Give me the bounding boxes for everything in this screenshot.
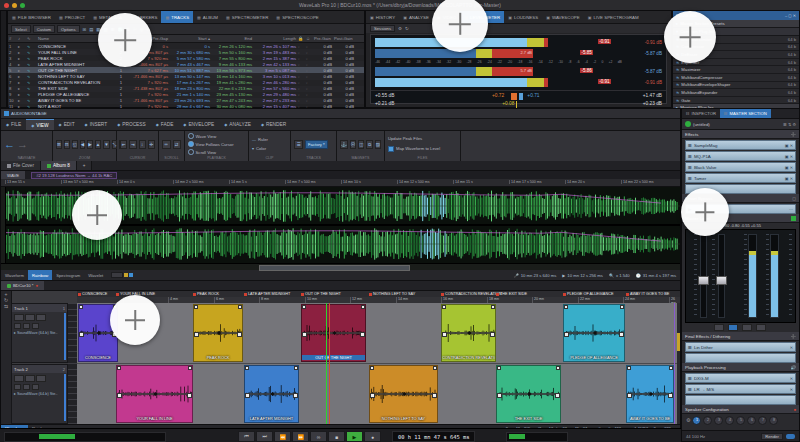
effect-slot[interactable]: ☰MQ-P1A▣ ✕ (685, 151, 796, 161)
clip-handle-topright[interactable] (491, 305, 495, 309)
clip-peak-rock[interactable]: PEAK ROCK (193, 304, 243, 362)
clip-the-exit-side[interactable]: THE EXIT SIDE (496, 365, 561, 423)
final-effects-header[interactable]: Final Effects / Dithering ➕ (682, 332, 799, 341)
record-button[interactable]: ● (364, 431, 381, 442)
go-start-button[interactable]: ⏮ (238, 431, 255, 442)
routing-icon[interactable] (14, 323, 21, 329)
stop-button[interactable]: ■ (328, 431, 345, 442)
clip-handle-left[interactable] (117, 393, 122, 398)
track-scrollbar[interactable] (64, 374, 66, 421)
scroll-tool-icon-1[interactable]: ⇄ (173, 140, 182, 149)
clip-handle-topright[interactable] (294, 366, 298, 370)
effect-slot[interactable]: ☰Black Valve▣ ✕ (685, 162, 796, 172)
reset-icon[interactable]: ↻ (405, 26, 409, 31)
user-icon[interactable]: ▫ (305, 74, 313, 79)
tab-master-section[interactable]: ☷MASTER SECTION (720, 109, 771, 118)
user-icon[interactable]: ▫ (305, 68, 313, 73)
gear-icon[interactable]: ⚙ (398, 26, 402, 31)
playback-processing-header[interactable]: Playback Processing 🔊 (682, 363, 799, 372)
sessions-button[interactable]: Sessions (370, 25, 395, 32)
clip-handle-right[interactable] (555, 393, 560, 398)
track-header[interactable]: Track 11▸ SoundWave (64-b) Ste.. (11, 303, 68, 363)
tab-tracks[interactable]: ▦TRACKS (161, 11, 193, 23)
track-plugin-label[interactable]: ▸ SoundWave (64-b) Ste.. (12, 329, 67, 336)
tab-album[interactable]: ▦ALBUM (193, 11, 222, 23)
render-button[interactable]: Render (761, 433, 783, 440)
tab-loudness[interactable]: ▣LOUDNESS (504, 11, 542, 23)
magnet-tool-icon-2[interactable]: ◫ (358, 140, 364, 149)
clip-handle-topright[interactable] (433, 366, 437, 370)
left-dock-strip[interactable] (0, 10, 7, 108)
dither-slot-empty[interactable] (685, 353, 796, 363)
custom-button[interactable]: Custom (33, 25, 55, 33)
speaker-button-7[interactable]: 7 (758, 416, 767, 425)
scrollbar-thumb[interactable] (259, 265, 410, 271)
album-tool-icon-1[interactable]: ▤ (89, 27, 93, 32)
clip-handle-right[interactable] (293, 393, 298, 398)
playback-slot[interactable]: ☰DXG-M✕ (685, 373, 796, 383)
speaker-button-2[interactable]: 2 (703, 416, 712, 425)
plugin-item[interactable]: ≋MultibandExpander64 b (673, 89, 799, 97)
speaker-icon[interactable]: ▸ (17, 92, 26, 97)
clip-handle-left[interactable] (302, 332, 307, 337)
speaker-button-6[interactable]: 6 (747, 416, 756, 425)
lock-icon[interactable]: ▫ (297, 80, 305, 85)
magnet-tool-icon-1[interactable]: ⦿ (350, 140, 357, 149)
tab-history[interactable]: ▣HISTORY (366, 11, 399, 23)
slot-options-icon[interactable]: ▣ ✕ (785, 154, 793, 159)
fader-handle[interactable] (698, 276, 709, 285)
speaker-icon[interactable]: ▸ (17, 80, 26, 85)
map-waveform-checkbox[interactable]: Map Waveform to Level (388, 145, 440, 152)
clip-out-of-the-night[interactable]: OUT OF THE NIGHT (301, 304, 366, 362)
speaker-gear-icon[interactable]: ⚙ (686, 417, 690, 423)
plugin-item[interactable]: ≋MultibandEnvelopeShaper64 b (673, 82, 799, 90)
effect-slot[interactable]: ☰Tamer▣ ✕ (685, 173, 796, 183)
wave-zoom-controls[interactable] (111, 272, 133, 278)
clip-handle-topleft[interactable] (117, 366, 121, 370)
mute-button[interactable] (14, 314, 24, 321)
mono-button[interactable] (714, 324, 724, 331)
plugin-item[interactable]: ≋MultibandCompressor64 b (673, 74, 799, 82)
clip-handle-right[interactable] (490, 332, 495, 337)
clip-contradiction-revelation[interactable]: CONTRADICTION REVELATION (441, 304, 496, 362)
go-end-button[interactable]: ⏭ (256, 431, 273, 442)
tab-live-spectrogram[interactable]: ▣LIVE SPECTROGRAM (584, 11, 643, 23)
speaker-icon[interactable]: ▸ (17, 74, 26, 79)
speaker-icon[interactable]: ▸ (17, 98, 26, 103)
ribbon-tab-fade[interactable]: ◆FADE (151, 119, 179, 130)
clip-option[interactable]: —Ruler (252, 136, 268, 143)
wave-tab[interactable]: WAVE (1, 171, 25, 179)
slot-options-icon[interactable]: ▣ ✕ (785, 143, 793, 148)
clip-handle-topright[interactable] (620, 305, 624, 309)
forward-button[interactable]: ⏩ (292, 431, 309, 442)
table-row[interactable]: 8▸∿THE EXIT SIDE2-71 438 ms 807 µs18 mn … (8, 86, 364, 92)
forward-arrow-icon[interactable]: → (17, 139, 28, 150)
plugin-item[interactable]: ≋Maximizer64 b (673, 66, 799, 74)
wave-doc-label[interactable]: #2 19.128 Loudness Norm → 44.1k RAC (31, 172, 117, 179)
table-row[interactable]: 6▸∿NOTHING LEFT TO SAY1-71 466 ms 807 µs… (8, 73, 364, 79)
bypass-switch[interactable] (786, 434, 795, 439)
speaker-button-5[interactable]: 5 (736, 416, 745, 425)
table-row[interactable]: 10▸∿AWAY IT GOES TO BE1-71 466 ms 807 µs… (8, 98, 364, 104)
clip-handle-left[interactable] (564, 332, 569, 337)
dim-button[interactable] (742, 324, 752, 331)
dither-slot[interactable]: ☰Lin Dither✕ (685, 342, 796, 352)
montage-doc-tab[interactable]: BDCur10 * ● (1, 281, 44, 290)
rewind-button[interactable]: ⏪ (274, 431, 291, 442)
montage-lanes[interactable]: CONSCIENCEPEAK ROCKOUT OF THE NIGHTCONTR… (77, 303, 680, 424)
gain-icon[interactable] (23, 323, 30, 329)
clip-handle-topright[interactable] (669, 366, 673, 370)
routing-icon[interactable] (14, 384, 21, 390)
plugin-item[interactable]: ≋Gate64 b (673, 97, 799, 105)
record-button[interactable] (36, 375, 46, 382)
wave-timeline-ruler[interactable]: 13 mn 55 s13 mn 57 s 500 ms14 mn 0 s14 m… (1, 179, 680, 187)
wave-view-tab-rainbow[interactable]: Rainbow (28, 270, 52, 280)
clip-handle-right[interactable] (432, 393, 437, 398)
power-icon[interactable] (685, 121, 691, 127)
track-lane[interactable]: CONSCIENCEPEAK ROCKOUT OF THE NIGHTCONTR… (77, 303, 680, 364)
clip-handle-topright[interactable] (188, 366, 192, 370)
speaker-button-1[interactable]: 1 (692, 416, 701, 425)
scroll-tool-icon-0[interactable]: ⬄ (162, 140, 171, 149)
cursor-tool-icon-0[interactable]: ⇤ (120, 140, 127, 149)
speaker-icon[interactable]: ▸ (17, 86, 26, 91)
